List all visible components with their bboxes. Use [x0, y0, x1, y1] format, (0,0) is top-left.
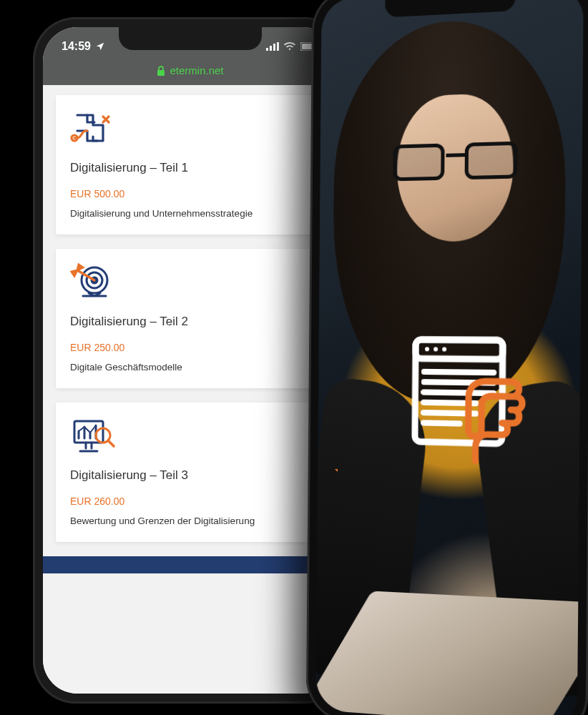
- svg-rect-0: [266, 48, 268, 51]
- card-price: EUR 260.00: [70, 495, 310, 507]
- card-description: Digitale Geschäftsmodelle: [70, 362, 310, 373]
- svg-rect-8: [157, 70, 165, 76]
- document-hand-icon: [402, 330, 542, 472]
- card-title: Digitalisierung – Teil 2: [70, 315, 310, 329]
- wifi-icon: [283, 42, 296, 51]
- status-time-group: 14:59: [62, 40, 105, 53]
- footer-bar: [43, 556, 338, 573]
- svg-point-4: [289, 49, 290, 50]
- corner-accent: [335, 469, 338, 485]
- card-price: EUR 500.00: [70, 188, 310, 199]
- url-label: etermin.net: [170, 64, 223, 77]
- svg-rect-1: [270, 46, 272, 51]
- phone-notch: [119, 27, 262, 50]
- chart-magnifier-icon: [70, 417, 116, 455]
- phone-mockup-left: 14:59: [33, 17, 348, 704]
- browser-address-bar[interactable]: etermin.net: [43, 59, 338, 85]
- phone-frame: [306, 0, 588, 715]
- card-description: Digitalisierung und Unternehmensstrategi…: [70, 208, 310, 219]
- svg-rect-3: [277, 42, 279, 51]
- clock-label: 14:59: [62, 40, 91, 53]
- service-card[interactable]: Digitalisierung – Teil 1 EUR 500.00 Digi…: [56, 95, 325, 235]
- service-card[interactable]: Digitalisierung – Teil 3 EUR 260.00 Bewe…: [56, 403, 325, 542]
- phone-screen: 14:59: [43, 27, 338, 694]
- lock-icon: [157, 66, 165, 76]
- cell-signal-icon: [266, 42, 279, 51]
- card-description: Bewertung und Grenzen der Digitalisierun…: [70, 516, 310, 526]
- card-title: Digitalisierung – Teil 1: [70, 161, 310, 175]
- card-price: EUR 250.00: [70, 342, 310, 353]
- location-arrow-icon: [95, 41, 105, 51]
- maze-path-icon: [70, 109, 116, 148]
- svg-point-17: [425, 347, 429, 351]
- card-title: Digitalisierung – Teil 3: [70, 468, 310, 483]
- phone-mockup-right: [306, 0, 588, 715]
- svg-rect-2: [273, 44, 275, 51]
- phone-screen-hero: [315, 0, 584, 715]
- svg-point-19: [442, 347, 446, 351]
- target-dart-icon: [70, 263, 116, 302]
- page-content[interactable]: Digitalisierung – Teil 1 EUR 500.00 Digi…: [43, 85, 338, 694]
- service-card[interactable]: Digitalisierung – Teil 2 EUR 250.00 Digi…: [56, 249, 325, 388]
- svg-point-18: [433, 347, 438, 351]
- glasses-icon: [393, 141, 524, 185]
